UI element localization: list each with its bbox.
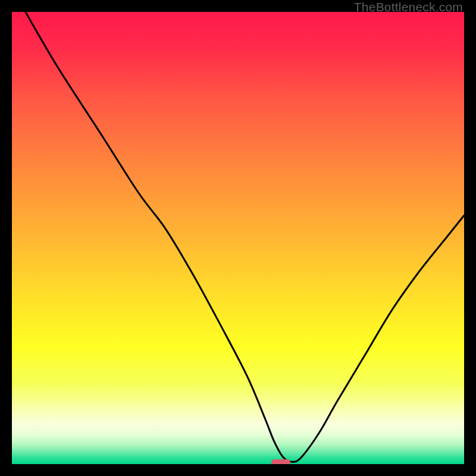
- watermark-text: TheBottleneck.com: [354, 0, 463, 14]
- plot-area: [12, 12, 464, 464]
- optimal-region-marker: [271, 459, 290, 464]
- chart-frame: TheBottleneck.com: [0, 0, 476, 476]
- bottleneck-curve: [12, 12, 464, 464]
